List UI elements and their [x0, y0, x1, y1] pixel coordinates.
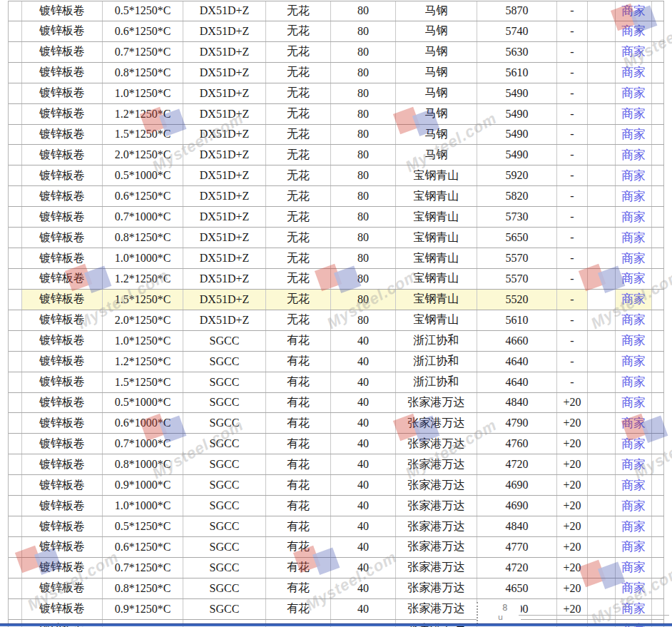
merchant-link[interactable]: 商家	[621, 230, 646, 246]
cell-price: 5740	[477, 21, 557, 41]
merchant-link[interactable]: 商家	[621, 270, 646, 287]
merchant-link[interactable]: 商家	[621, 291, 646, 307]
cell-mill: 马钢	[396, 21, 477, 41]
merchant-link[interactable]: 商家	[621, 539, 646, 555]
edge-cell	[652, 21, 664, 41]
cell-change: -	[557, 104, 588, 124]
table-row: 镀锌板卷0.9*1000*CSGCC有花40张家港万达4690+20商家	[9, 475, 664, 496]
merchant-link[interactable]: 商家	[621, 64, 646, 81]
cell-surface: 无花	[266, 248, 331, 268]
row-gutter-cell	[9, 310, 22, 330]
cell-zinc-weight: 80	[331, 145, 396, 165]
cell-change: -	[557, 63, 588, 83]
cell-mill: 马钢	[396, 63, 477, 83]
merchant-link[interactable]: 商家	[621, 436, 646, 452]
floating-widget[interactable]: 8 u	[477, 602, 521, 624]
merchant-link[interactable]: 商家	[621, 519, 646, 535]
spacer-cell	[588, 475, 616, 495]
cell-mill: 宝钢青山	[396, 207, 477, 227]
cell-spec: 0.8*1250*C	[103, 228, 183, 248]
spacer-cell	[588, 352, 616, 372]
cell-mill: 宝钢青山	[396, 186, 477, 206]
merchant-link[interactable]: 商家	[621, 168, 646, 184]
merchant-link[interactable]: 商家	[621, 250, 646, 267]
merchant-link[interactable]: 商家	[621, 23, 646, 39]
table-row: 镀锌板卷1.5*1250*CDX51D+Z无花80马钢5490-商家	[9, 125, 664, 146]
cell-change: -	[557, 1, 588, 21]
merchant-link[interactable]: 商家	[621, 457, 646, 473]
merchant-link[interactable]: 商家	[621, 374, 646, 390]
edge-cell	[652, 145, 664, 165]
cell-mill: 马钢	[396, 1, 477, 21]
row-gutter-cell	[9, 269, 22, 289]
cell-product: 镀锌板卷	[22, 42, 103, 62]
edge-cell	[652, 290, 664, 310]
cell-price: 4690	[477, 475, 557, 495]
merchant-link[interactable]: 商家	[621, 312, 646, 328]
cell-mill: 张家港万达	[396, 599, 477, 619]
spacer-cell	[588, 599, 616, 619]
cell-product: 镀锌板卷	[22, 310, 103, 330]
cell-surface: 有花	[266, 434, 331, 454]
cell-merchant: 商家	[616, 434, 652, 454]
cell-zinc-weight: 40	[331, 558, 396, 578]
floating-widget-rule	[519, 615, 669, 616]
floating-widget-glyph-top: 8	[502, 603, 508, 613]
cell-price: 5820	[477, 186, 557, 206]
merchant-link[interactable]: 商家	[621, 498, 646, 514]
cell-merchant: 商家	[616, 42, 652, 62]
cell-material: SGCC	[183, 331, 266, 351]
merchant-link[interactable]: 商家	[621, 477, 646, 494]
cell-zinc-weight: 40	[331, 516, 396, 536]
cell-change: +20	[557, 496, 588, 516]
spacer-cell	[588, 125, 616, 145]
merchant-link[interactable]: 商家	[621, 559, 646, 576]
cell-product: 镀锌板卷	[22, 516, 103, 536]
merchant-link[interactable]: 商家	[621, 44, 646, 60]
row-gutter-cell	[9, 331, 22, 351]
cell-surface: 有花	[266, 413, 331, 433]
spacer-cell	[588, 42, 616, 62]
row-gutter-cell	[9, 125, 22, 145]
row-gutter-cell	[9, 578, 22, 598]
cell-surface: 无花	[266, 104, 331, 124]
edge-cell	[652, 496, 664, 516]
merchant-link[interactable]: 商家	[621, 415, 646, 432]
merchant-link[interactable]: 商家	[621, 353, 646, 369]
merchant-link[interactable]: 商家	[621, 580, 646, 596]
cell-surface: 无花	[266, 42, 331, 62]
cell-price: 5490	[477, 145, 557, 165]
cell-price: 4840	[477, 393, 557, 413]
table-row: 镀锌板卷1.5*1250*CSGCC有花40浙江协和4640-商家	[9, 372, 664, 393]
cell-mill: 张家港万达	[396, 393, 477, 413]
edge-cell	[652, 413, 664, 433]
cell-price: 4660	[477, 331, 557, 351]
cell-change: -	[557, 83, 588, 103]
cell-price: 5520	[477, 290, 557, 310]
merchant-link[interactable]: 商家	[621, 332, 646, 349]
table-row: 镀锌板卷0.6*1250*CDX51D+Z无花80宝钢青山5820-商家	[9, 186, 664, 207]
cell-zinc-weight: 80	[331, 228, 396, 248]
merchant-link[interactable]: 商家	[621, 106, 646, 122]
edge-cell	[652, 331, 664, 351]
cell-material: DX51D+Z	[183, 125, 266, 145]
merchant-link[interactable]: 商家	[621, 188, 646, 205]
edge-cell	[652, 434, 664, 454]
cell-material: SGCC	[183, 393, 266, 413]
merchant-link[interactable]: 商家	[621, 85, 646, 101]
edge-cell	[652, 558, 664, 578]
cell-material: DX51D+Z	[183, 1, 266, 21]
cell-price: 4720	[477, 454, 557, 474]
merchant-link[interactable]: 商家	[621, 126, 646, 143]
cell-merchant: 商家	[616, 537, 652, 557]
cell-mill: 马钢	[396, 83, 477, 103]
cell-merchant: 商家	[616, 207, 652, 227]
row-gutter-cell	[9, 21, 22, 41]
merchant-link[interactable]: 商家	[621, 147, 646, 163]
merchant-link[interactable]: 商家	[621, 394, 646, 411]
merchant-link[interactable]: 商家	[621, 209, 646, 225]
merchant-link[interactable]: 商家	[621, 3, 646, 19]
cell-surface: 无花	[266, 269, 331, 289]
table-row: 镀锌板卷0.5*1250*CSGCC有花40张家港万达4840+20商家	[9, 516, 664, 537]
cell-merchant: 商家	[616, 248, 652, 268]
